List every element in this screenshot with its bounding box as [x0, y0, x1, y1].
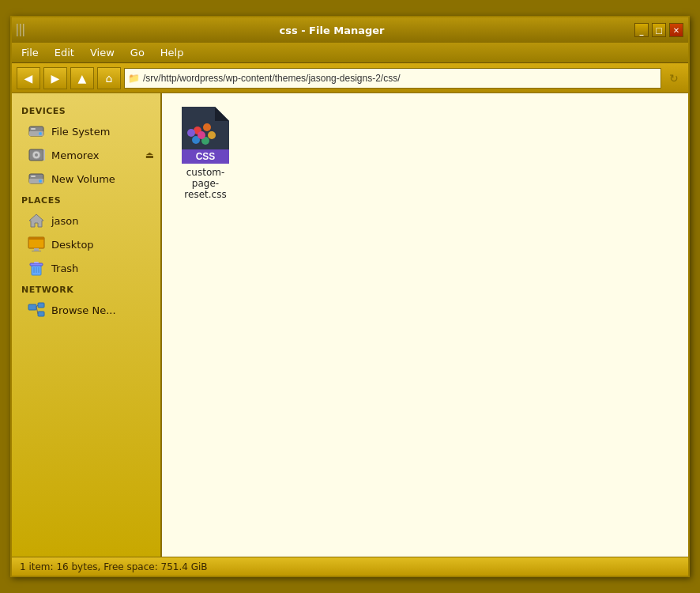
network-icon [28, 301, 45, 319]
eject-icon: ⏏ [145, 149, 154, 161]
menu-view[interactable]: View [84, 45, 121, 60]
menubar: File Edit View Go Help [12, 43, 688, 63]
minimize-button[interactable]: _ [634, 23, 649, 37]
forward-button[interactable]: ▶ [43, 67, 67, 89]
sidebar-item-filesystem-label: File System [51, 126, 110, 138]
sidebar-item-jason-label: jason [51, 215, 79, 227]
address-bar-container: 📁 [124, 68, 661, 89]
svg-point-35 [187, 129, 195, 137]
sidebar-item-trash-label: Trash [51, 263, 78, 274]
up-button[interactable]: ▲ [70, 67, 94, 89]
titlebar: css - File Manager _ □ ✕ [12, 17, 688, 43]
svg-rect-16 [32, 251, 41, 251]
statusbar-text: 1 item: 16 bytes, Free space: 751.4 GiB [20, 561, 208, 572]
hdd-icon-2 [28, 170, 45, 187]
desktop-icon [28, 236, 45, 253]
sidebar-item-jason[interactable]: jason [12, 209, 160, 232]
file-manager-window: css - File Manager _ □ ✕ File Edit View … [10, 16, 690, 577]
sidebar-item-network[interactable]: Browse Ne... [12, 298, 160, 322]
svg-rect-18 [30, 263, 43, 266]
svg-point-10 [39, 179, 42, 183]
titlebar-buttons: _ □ ✕ [634, 23, 683, 37]
sidebar-item-desktop[interactable]: Desktop [12, 232, 160, 256]
optical-icon [28, 146, 45, 164]
svg-point-2 [39, 132, 42, 135]
hdd-icon [28, 123, 45, 140]
svg-point-36 [198, 131, 205, 139]
sidebar-item-desktop-label: Desktop [51, 239, 94, 251]
sidebar-item-trash[interactable]: Trash [12, 256, 160, 280]
sidebar-item-memorex-label: Memorex [51, 149, 99, 161]
window-title: css - File Manager [29, 25, 634, 36]
svg-rect-19 [34, 262, 39, 263]
menu-go[interactable]: Go [124, 45, 151, 60]
sidebar-places-header: PLACES [12, 191, 160, 209]
svg-line-27 [36, 307, 38, 314]
back-button[interactable]: ◀ [17, 67, 40, 89]
sidebar-item-network-label: Browse Ne... [51, 304, 116, 316]
svg-marker-7 [43, 149, 45, 161]
svg-rect-3 [31, 128, 36, 130]
sidebar-item-newvolume[interactable]: New Volume [12, 167, 160, 191]
toolbar: ◀ ▶ ▲ ⌂ 📁 ↻ [12, 63, 688, 93]
menu-file[interactable]: File [15, 45, 45, 60]
svg-text:CSS: CSS [196, 151, 216, 162]
file-item-css-label: custom-page-reset.css [175, 167, 235, 200]
file-area: CSS custom-page-reset.css [162, 93, 688, 557]
sidebar-network-header: NETWORK [12, 280, 160, 298]
svg-rect-11 [31, 176, 36, 177]
svg-rect-14 [28, 237, 44, 240]
main-area: DEVICES File System [12, 93, 688, 557]
css-file-icon: CSS [182, 107, 229, 164]
svg-marker-12 [29, 214, 43, 227]
svg-point-6 [35, 153, 38, 157]
menu-edit[interactable]: Edit [48, 45, 81, 60]
address-input[interactable] [143, 73, 657, 84]
svg-rect-24 [38, 303, 44, 308]
window-grip [17, 24, 24, 36]
address-icon: 📁 [128, 73, 140, 84]
svg-rect-25 [38, 312, 44, 316]
maximize-button[interactable]: □ [652, 23, 666, 37]
home-button[interactable]: ⌂ [97, 67, 121, 89]
close-button[interactable]: ✕ [669, 23, 683, 37]
svg-marker-29 [215, 107, 229, 121]
menu-help[interactable]: Help [154, 45, 190, 60]
trash-icon [28, 259, 45, 277]
svg-point-31 [203, 123, 211, 131]
sidebar-item-memorex[interactable]: Memorex ⏏ [12, 143, 160, 167]
svg-rect-23 [28, 304, 36, 310]
sidebar-item-filesystem[interactable]: File System [12, 119, 160, 143]
svg-rect-15 [34, 248, 39, 251]
sidebar-devices-header: DEVICES [12, 101, 160, 119]
file-item-css[interactable]: CSS custom-page-reset.css [170, 101, 241, 206]
svg-point-32 [208, 131, 216, 139]
home-icon [28, 212, 45, 229]
refresh-button[interactable]: ↻ [664, 69, 683, 88]
titlebar-left [17, 24, 29, 36]
sidebar-item-newvolume-label: New Volume [51, 173, 115, 185]
statusbar: 1 item: 16 bytes, Free space: 751.4 GiB [12, 557, 688, 576]
sidebar: DEVICES File System [12, 93, 162, 557]
